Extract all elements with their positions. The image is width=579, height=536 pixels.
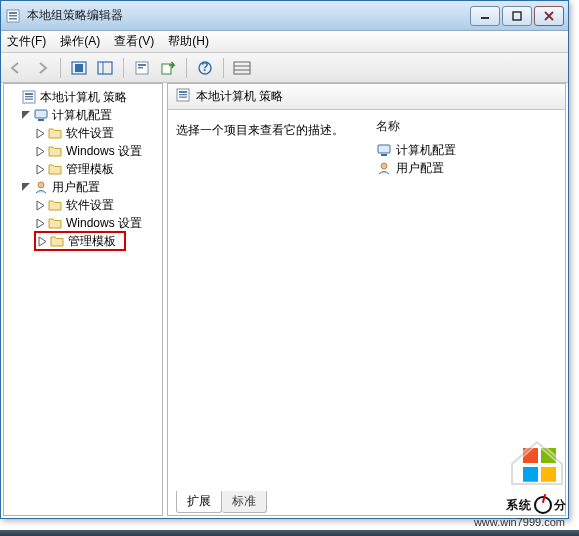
tree-root-node[interactable]: 本地计算机 策略 计算机配置 软件设置 Windows 设置 管理模板 [6,88,160,250]
list-view-button[interactable] [231,57,253,79]
toolbar: ? [1,53,568,83]
menu-file[interactable]: 文件(F) [7,33,46,50]
tree-computer-software[interactable]: 软件设置 [34,124,160,142]
toolbar-separator [186,58,187,78]
svg-rect-10 [98,62,112,74]
tree-label: Windows 设置 [66,143,142,160]
watermark-url: www.win7999.com [474,516,565,528]
svg-text:?: ? [201,60,208,74]
svg-rect-26 [38,119,44,121]
tree-user-admin[interactable]: 管理模板 [34,232,160,250]
menu-bar: 文件(F) 操作(A) 查看(V) 帮助(H) [1,31,568,53]
tree-label: 管理模板 [68,233,116,250]
watermark-dot-icon [534,496,552,514]
watermark-house-icon [507,434,567,490]
help-button[interactable]: ? [194,57,216,79]
list-header-name[interactable]: 名称 [376,116,557,141]
tab-strip: 扩展 标准 [176,491,267,513]
svg-rect-22 [25,93,33,95]
user-icon [376,160,392,176]
folder-icon [49,233,65,249]
svg-rect-33 [381,154,387,156]
tree-label: 软件设置 [66,197,114,214]
folder-icon [47,161,63,177]
tree-label: Windows 设置 [66,215,142,232]
svg-rect-3 [9,18,17,20]
content-body: 选择一个项目来查看它的描述。 名称 计算机配置 用户配置 [168,110,565,515]
svg-rect-31 [179,97,187,98]
up-button[interactable] [68,57,90,79]
svg-rect-1 [9,12,17,14]
svg-rect-29 [179,91,187,93]
list-item-user[interactable]: 用户配置 [376,159,557,177]
svg-point-27 [38,182,44,188]
watermark-brand-text: 系统 [506,497,532,514]
tree-user-windows[interactable]: Windows 设置 [34,214,160,232]
app-window: 本地组策略编辑器 文件(F) 操作(A) 查看(V) 帮助(H) ? [0,0,569,519]
svg-rect-13 [138,64,146,66]
tab-standard[interactable]: 标准 [222,491,267,513]
tree-computer-windows[interactable]: Windows 设置 [34,142,160,160]
list-item-label: 用户配置 [396,160,444,177]
svg-rect-2 [9,15,17,17]
computer-icon [33,107,49,123]
content-header: 本地计算机 策略 [168,84,565,110]
user-icon [33,179,49,195]
expander-closed-icon[interactable] [34,127,46,139]
tree-user-label: 用户配置 [52,179,100,196]
tree-panel[interactable]: 本地计算机 策略 计算机配置 软件设置 Windows 设置 管理模板 [3,83,163,516]
toolbar-separator [123,58,124,78]
folder-icon [47,197,63,213]
maximize-button[interactable] [502,6,532,26]
export-button[interactable] [157,57,179,79]
watermark-brand: 系统 分 [506,496,567,514]
title-bar[interactable]: 本地组策略编辑器 [1,1,568,31]
menu-view[interactable]: 查看(V) [114,33,154,50]
folder-icon [47,125,63,141]
svg-rect-25 [35,110,47,118]
close-button[interactable] [534,6,564,26]
svg-rect-24 [25,99,33,100]
body-area: 本地计算机 策略 计算机配置 软件设置 Windows 设置 管理模板 [3,83,566,516]
svg-rect-32 [378,145,390,153]
list-item-label: 计算机配置 [396,142,456,159]
expander-closed-icon[interactable] [34,163,46,175]
description-column: 选择一个项目来查看它的描述。 [168,110,368,515]
description-text: 选择一个项目来查看它的描述。 [176,122,360,139]
show-hide-tree-button[interactable] [94,57,116,79]
menu-action[interactable]: 操作(A) [60,33,100,50]
policy-icon [176,88,190,105]
expander-open-icon[interactable] [20,181,32,193]
menu-help[interactable]: 帮助(H) [168,33,209,50]
policy-icon [21,89,37,105]
expander-closed-icon[interactable] [34,217,46,229]
content-header-title: 本地计算机 策略 [196,88,283,105]
tree-user-config[interactable]: 用户配置 软件设置 Windows 设置 管理模板 [20,178,160,250]
tree-computer-config[interactable]: 计算机配置 软件设置 Windows 设置 管理模板 [20,106,160,178]
toolbar-separator [60,58,61,78]
tree-label: 管理模板 [66,161,114,178]
window-control-buttons [468,6,564,26]
properties-button[interactable] [131,57,153,79]
tree-computer-label: 计算机配置 [52,107,112,124]
svg-rect-14 [138,67,143,69]
folder-icon [47,215,63,231]
tree-label: 软件设置 [66,125,114,142]
expander-closed-icon[interactable] [36,235,48,247]
tree-root-label: 本地计算机 策略 [40,89,127,106]
back-button[interactable] [5,57,27,79]
svg-point-34 [381,163,387,169]
list-item-computer[interactable]: 计算机配置 [376,141,557,159]
tree-computer-admin[interactable]: 管理模板 [34,160,160,178]
forward-button[interactable] [31,57,53,79]
tree-user-software[interactable]: 软件设置 [34,196,160,214]
svg-rect-5 [513,12,521,20]
minimize-button[interactable] [470,6,500,26]
svg-rect-9 [75,64,83,72]
tab-extended[interactable]: 扩展 [176,491,222,513]
window-title: 本地组策略编辑器 [27,7,468,24]
expander-open-icon[interactable] [20,109,32,121]
expander-closed-icon[interactable] [34,145,46,157]
watermark-brand-suffix: 分 [554,497,567,514]
expander-closed-icon[interactable] [34,199,46,211]
